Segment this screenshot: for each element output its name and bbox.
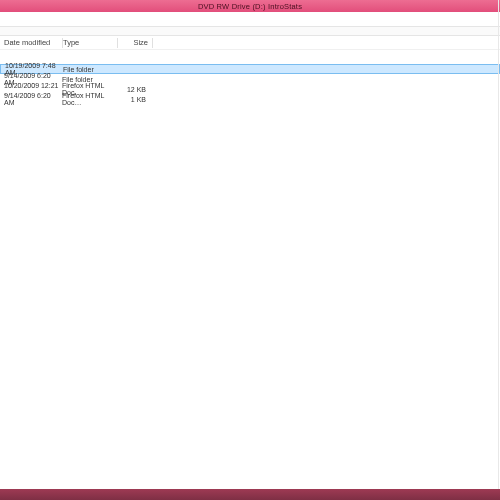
column-headers: Date modified Type Size [0, 36, 500, 50]
right-divider [498, 0, 499, 489]
taskbar[interactable] [0, 489, 500, 500]
column-header-date[interactable]: Date modified [4, 38, 62, 47]
toolbar-band [0, 26, 500, 36]
cell-type: Firefox HTML Doc… [62, 92, 116, 106]
window-title: DVD RW Drive (D:) IntroStats [198, 2, 302, 11]
table-row[interactable]: 9/14/2009 6:20 AM Firefox HTML Doc… 1 KB [0, 94, 500, 104]
cell-date: 9/14/2009 6:20 AM [4, 92, 62, 106]
column-header-type[interactable]: Type [63, 38, 117, 47]
cell-size: 1 KB [116, 96, 150, 103]
table-row[interactable]: 10/19/2009 7:48 AM File folder [0, 64, 500, 74]
cell-type: File folder [63, 66, 117, 73]
toolbar-spacer [0, 12, 500, 26]
file-list: 10/19/2009 7:48 AM File folder 9/14/2009… [0, 50, 500, 104]
column-header-size[interactable]: Size [118, 38, 152, 47]
window-titlebar[interactable]: DVD RW Drive (D:) IntroStats [0, 0, 500, 12]
cell-size: 12 KB [116, 86, 150, 93]
column-separator [152, 38, 153, 48]
